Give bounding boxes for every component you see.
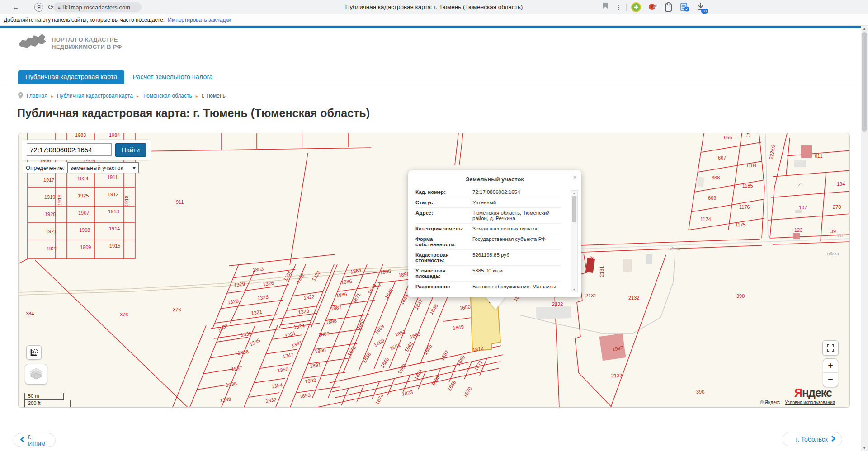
zoom-out-button[interactable]: − xyxy=(823,373,838,386)
parcel-label: 1921 xyxy=(46,229,57,234)
cadastral-number-input[interactable] xyxy=(27,143,112,156)
parcel-label: 376 xyxy=(120,312,128,317)
parcel-label: 666 xyxy=(724,135,732,140)
popup-row: Категория земель:Земли населенных пункто… xyxy=(415,223,561,234)
extension-green-icon[interactable] xyxy=(631,2,641,12)
prev-city-button[interactable]: г. Ишим xyxy=(14,433,56,447)
popup-rows: Кад. номер:72:17:0806002:1654Статус:Учте… xyxy=(415,187,574,290)
map-container[interactable]: 1983198419061923191019171924191119191925… xyxy=(18,133,850,408)
popup-pointer xyxy=(485,296,506,310)
parcel-label: 21 xyxy=(798,182,803,187)
parcel-label: 1656 xyxy=(347,345,357,357)
parcel-label: 1909 xyxy=(80,244,91,250)
scrollbar-down-icon[interactable]: ▼ xyxy=(861,446,868,450)
parcel-boundary xyxy=(701,142,761,152)
parcel-label: 1331 xyxy=(284,330,297,339)
layers-button[interactable] xyxy=(25,364,47,385)
parcel-label: 1887 xyxy=(330,305,342,311)
select-value: земельный участок xyxy=(71,164,123,171)
parcel-label: 1659 xyxy=(373,324,385,335)
site-logo-text: ПОРТАЛ О КАДАСТРЕ НЕДВИЖИМОСТИ В РФ xyxy=(52,36,122,51)
address-bar[interactable]: 🔒︎ lk1map.roscadasters.com xyxy=(53,2,142,12)
next-city-button[interactable]: г. Тобольск xyxy=(783,432,842,446)
scrollbar-up-icon[interactable]: ▲ xyxy=(861,27,868,31)
parcel-label: 1908 xyxy=(79,227,90,233)
close-icon[interactable]: × xyxy=(573,173,577,181)
parcel-boundary xyxy=(773,170,850,177)
search-button[interactable]: Найти xyxy=(115,143,146,157)
page-title: Публичная кадастровая карта: г. Тюмень (… xyxy=(17,107,370,120)
parcel-boundary xyxy=(229,254,335,266)
russia-map-icon xyxy=(18,33,47,54)
parcel-label: 1661 xyxy=(389,342,401,351)
bookmark-flag-icon[interactable] xyxy=(599,1,611,13)
breadcrumb-home[interactable]: Главная xyxy=(27,93,47,99)
parcel-boundary xyxy=(773,242,850,244)
parcel-label: 1645 xyxy=(384,287,394,300)
parcel-label: 1336 xyxy=(237,349,249,356)
parcel-label: 668 xyxy=(712,175,720,180)
extension-stamp-icon[interactable] xyxy=(647,2,657,12)
browser-logo-icon[interactable]: Я xyxy=(34,3,43,12)
popup-scrollbar[interactable]: ▲ ▼ xyxy=(571,190,578,292)
popup-row: Статус:Учтенный xyxy=(415,197,561,207)
site-logo[interactable]: ПОРТАЛ О КАДАСТРЕ НЕДВИЖИМОСТИ В РФ xyxy=(18,33,199,54)
parcel-label: 1907 xyxy=(78,210,89,216)
page-scrollbar[interactable]: ▲ ▼ xyxy=(861,26,868,451)
tab-land-tax[interactable]: Расчет земельного налога xyxy=(124,70,221,84)
parcel-boundary xyxy=(464,362,472,379)
parcel-label: 1176 xyxy=(739,204,750,210)
popup-scroll-thumb[interactable] xyxy=(572,196,576,222)
extension-clipboard-icon[interactable] xyxy=(664,2,674,12)
parcel-label: 1646 xyxy=(399,293,410,305)
import-bookmarks-link[interactable]: Импортировать закладки xyxy=(168,17,231,23)
parcel-info-popup: Земельный участок × Кад. номер:72:17:080… xyxy=(408,170,581,297)
parcel-label: 1320 xyxy=(298,308,310,315)
download-icon[interactable]: 30 xyxy=(696,2,706,12)
breadcrumb: Главная ▸ Публичная кадастровая карта ▸ … xyxy=(18,92,226,99)
fullscreen-button[interactable] xyxy=(822,340,839,356)
chevron-right-icon xyxy=(831,436,835,443)
parcel-label: 1915 xyxy=(109,243,120,249)
zoom-in-button[interactable]: + xyxy=(823,359,838,373)
parcel-label: 1649 xyxy=(453,324,464,331)
scroll-down-icon[interactable]: ▼ xyxy=(571,288,577,291)
parcel-boundary xyxy=(357,385,364,402)
parcel-label: 1925 xyxy=(78,193,89,198)
toolbar-divider xyxy=(626,3,627,11)
parcel-label: 1912 xyxy=(108,192,118,197)
measure-ruler-button[interactable] xyxy=(26,345,42,360)
parcel-boundary xyxy=(768,214,850,220)
parcel-label: 1886 xyxy=(336,291,348,298)
parcel-label: 1339 xyxy=(220,396,231,403)
parcel-label: 1334 xyxy=(217,322,229,333)
page-tab-title: Публичная кадастровая карта: г. Тюмень (… xyxy=(208,0,660,14)
parcel-label: 911 xyxy=(176,199,184,205)
parcel-boundary xyxy=(691,199,764,212)
extension-doc-check-icon[interactable] xyxy=(679,2,689,12)
breadcrumb-map[interactable]: Публичная кадастровая карта xyxy=(57,93,133,99)
parcel-label: 1916 xyxy=(57,195,62,206)
terms-of-use-link[interactable]: Условия использования xyxy=(785,400,835,405)
parcel-label: 1335 xyxy=(249,338,261,347)
popup-row: Уточненная площадь:5385.00 кв.м xyxy=(415,265,561,281)
menu-kebab-icon[interactable]: ⋮ xyxy=(613,1,625,13)
parcel-label: 2225/2 xyxy=(768,144,776,160)
scroll-up-icon[interactable]: ▲ xyxy=(571,192,577,195)
parcel-boundary xyxy=(455,133,458,165)
parcel-label: 39 xyxy=(830,229,836,234)
back-icon[interactable]: ← xyxy=(10,1,22,13)
map-search-panel: Найти xyxy=(22,140,151,160)
parcel-label: 123 xyxy=(794,227,802,233)
parcel-label: 1174 xyxy=(700,216,711,222)
tab-public-cadastral-map[interactable]: Публичная кадастровая карта xyxy=(18,70,124,84)
page-scroll-thumb[interactable] xyxy=(862,32,867,132)
parcel-boundary xyxy=(387,378,395,395)
object-type-select[interactable]: земельный участок ▾ xyxy=(67,162,139,173)
parcel-label: 1892 xyxy=(305,377,316,384)
parcel-label: 1329 xyxy=(234,281,245,288)
breadcrumb-arrow-icon: ▸ xyxy=(137,94,139,99)
parcel-label: 194 xyxy=(837,181,845,187)
parcel-boundary xyxy=(210,353,242,358)
breadcrumb-region[interactable]: Тюменская область xyxy=(142,93,192,99)
